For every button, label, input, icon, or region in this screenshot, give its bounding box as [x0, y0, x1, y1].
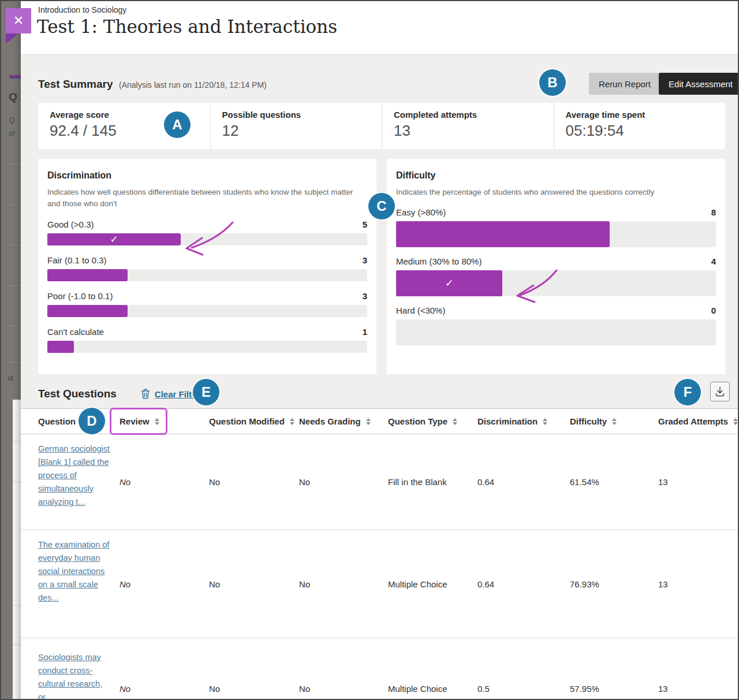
trash-icon: [141, 389, 150, 399]
question-cell: The examination of everyday human social…: [38, 530, 111, 605]
sort-icon: [366, 418, 371, 425]
difficulty-cell: 76.93%: [570, 579, 658, 589]
bar-count: 0: [711, 306, 716, 315]
test-questions-heading: Test Questions: [38, 388, 117, 400]
sort-icon: [733, 418, 738, 425]
question-link[interactable]: The examination of everyday human social…: [38, 540, 109, 602]
close-ribbon-tail: [6, 33, 18, 44]
bar-track: ✓: [396, 270, 716, 296]
column-header-question-type[interactable]: Question Type: [388, 416, 477, 426]
table-header-row: Question Review Question Modified Needs …: [21, 408, 739, 434]
annotation-b: B: [539, 69, 566, 96]
bar-count: 3: [363, 255, 367, 265]
difficulty-cell: 61.54%: [570, 477, 658, 487]
needs-grading-cell: No: [299, 477, 388, 487]
underlay-divider: [9, 245, 21, 245]
underlay-divider: [9, 326, 21, 326]
question-link[interactable]: Sociologists may conduct cross-cultural …: [38, 653, 102, 700]
bar-track: [396, 319, 716, 345]
stat-value: 12: [222, 122, 382, 140]
discrimination-card: Discrimination Indicates how well questi…: [38, 159, 376, 374]
download-button[interactable]: [710, 382, 730, 401]
column-header-difficulty[interactable]: Difficulty: [570, 416, 658, 426]
bar-label: Can't calculate: [47, 327, 104, 337]
table-row: German sociologist [Blank 1] called the …: [21, 434, 739, 530]
dimmed-background-page: Q Q of st: [1, 1, 21, 700]
sort-icon: [453, 418, 457, 425]
underlay-accent-bar: [9, 75, 21, 79]
bar-track: ✓: [47, 233, 367, 245]
bar-label: Medium (30% to 80%): [396, 256, 482, 266]
underlay-text: of: [9, 129, 15, 137]
sort-icon: [290, 418, 294, 425]
bar-track: [47, 269, 367, 281]
bar-fill: [47, 269, 128, 281]
stat-label: Possible questions: [222, 110, 382, 120]
underlay-divider: [9, 164, 21, 165]
table-row: The examination of everyday human social…: [21, 530, 739, 638]
column-header-discrimination[interactable]: Discrimination: [477, 416, 570, 426]
rerun-report-button[interactable]: Rerun Report: [589, 73, 660, 95]
bar-fill: [47, 341, 74, 353]
discrimination-description: Indicates how well questions differentia…: [47, 187, 365, 210]
question-link[interactable]: German sociologist [Blank 1] called the …: [38, 444, 110, 507]
column-header-question-modified[interactable]: Question Modified: [209, 416, 299, 426]
bar-fill: [47, 305, 128, 317]
stat-possible-questions: Possible questions 12: [210, 103, 382, 149]
difficulty-cell: 57.95%: [570, 684, 658, 694]
stat-completed-attempts: Completed attempts 13: [382, 103, 554, 149]
panel-header: Introduction to Sociology Test 1: Theori…: [21, 1, 739, 54]
underlay-divider: [9, 362, 21, 363]
bar-fill: ✓: [47, 233, 181, 245]
bar-count: 5: [363, 219, 367, 229]
needs-grading-cell: No: [299, 579, 388, 589]
underlay-divider: [9, 399, 21, 399]
underlay-divider: [9, 204, 21, 205]
bar-count: 8: [711, 207, 716, 217]
underlay-divider: [9, 285, 21, 286]
report-panel: Introduction to Sociology Test 1: Theori…: [21, 1, 739, 700]
annotation-d: D: [79, 408, 105, 434]
test-questions-table: Question Review Question Modified Needs …: [21, 408, 739, 700]
bar-group-good: Good (>0.3) 5 ✓: [47, 219, 367, 245]
close-button[interactable]: ✕: [6, 8, 31, 33]
stat-label: Average time spent: [566, 110, 726, 120]
underlay-text: Q: [9, 116, 14, 124]
column-header-review[interactable]: Review: [120, 416, 209, 426]
column-header-graded-attempts[interactable]: Graded Attempts: [658, 416, 739, 426]
column-header-needs-grading[interactable]: Needs Grading: [299, 416, 388, 426]
edit-assessment-button[interactable]: Edit Assessment: [659, 73, 739, 95]
summary-last-run: (Analysis last run on 11/20/18, 12:14 PM…: [119, 80, 267, 90]
underlay-text: Q: [9, 91, 17, 103]
discrimination-cell: 0.64: [477, 579, 570, 589]
question-modified-cell: No: [209, 477, 299, 487]
question-modified-cell: No: [209, 579, 299, 589]
question-type-cell: Multiple Choice: [388, 684, 477, 694]
bar-group-easy: Easy (>80%) 8: [396, 207, 716, 247]
underlay-divider: [13, 605, 21, 606]
stat-average-time: Average time spent 05:19:54: [554, 103, 726, 149]
question-cell: Sociologists may conduct cross-cultural …: [38, 638, 111, 700]
question-cell: German sociologist [Blank 1] called the …: [38, 434, 111, 509]
bar-label: Easy (>80%): [396, 207, 446, 217]
discrimination-cell: 0.64: [477, 477, 570, 487]
bar-group-fair: Fair (0.1 to 0.3) 3: [47, 255, 367, 281]
graded-attempts-cell: 13: [658, 684, 739, 694]
bar-count: 1: [363, 327, 367, 337]
bar-fill: [396, 221, 610, 247]
bar-group-medium: Medium (30% to 80%) 4 ✓: [396, 256, 716, 296]
bar-label: Good (>0.3): [47, 219, 94, 229]
sort-icon: [155, 418, 159, 425]
stat-value: 13: [394, 122, 554, 140]
underlay-divider: [13, 482, 21, 482]
sort-icon: [543, 418, 547, 425]
sort-icon: [612, 418, 617, 425]
bar-label: Hard (<30%): [396, 306, 445, 315]
question-modified-cell: No: [209, 684, 299, 694]
review-cell: No: [120, 477, 209, 487]
review-cell: No: [120, 579, 209, 589]
underlay-divider: [13, 441, 21, 442]
test-summary-heading: Test Summary (Analysis last run on 11/20…: [38, 78, 267, 91]
annotation-c: C: [368, 193, 395, 219]
course-name: Introduction to Sociology: [38, 5, 126, 14]
